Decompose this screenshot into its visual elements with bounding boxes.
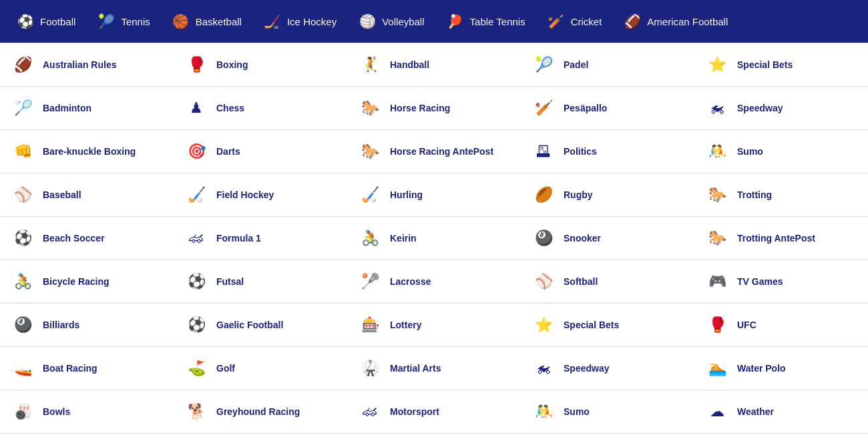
grid-item-speedway[interactable]: 🏍Speedway: [521, 347, 694, 390]
sport-label: Lacrosse: [390, 276, 431, 287]
grid-item-rugby[interactable]: 🏉Rugby: [521, 173, 694, 217]
sport-icon: 🚴: [358, 226, 382, 250]
sport-icon: 🐎: [358, 139, 382, 163]
sport-label: Rugby: [564, 189, 593, 200]
nav-item-ice-hockey[interactable]: 🏒Ice Hockey: [252, 0, 347, 43]
grid-item-trotting-antepost[interactable]: 🐎Trotting AntePost: [694, 217, 868, 260]
sport-label: Pesäpallo: [564, 103, 607, 113]
sport-icon: ⚽: [184, 313, 208, 337]
top-navigation: ⚽Football🎾Tennis🏀Basketball🏒Ice Hockey🏐V…: [0, 0, 868, 43]
grid-item-lacrosse[interactable]: 🥍Lacrosse: [347, 260, 521, 304]
grid-item-special-bets[interactable]: ⭐Special Bets: [694, 43, 868, 87]
grid-item-lottery[interactable]: 🎰Lottery: [347, 304, 521, 347]
sport-icon: 🏎: [184, 226, 208, 250]
sport-icon: 🐎: [358, 96, 382, 120]
nav-item-cricket[interactable]: 🏏Cricket: [536, 0, 613, 43]
grid-item-padel[interactable]: 🎾Padel: [521, 43, 694, 87]
grid-item-motorsport[interactable]: 🏎Motorsport: [347, 390, 521, 434]
grid-item-martial-arts[interactable]: 🥋Martial Arts: [347, 347, 521, 390]
grid-item-gaelic-football[interactable]: ⚽Gaelic Football: [174, 304, 347, 347]
sport-icon: 🤼: [531, 400, 556, 424]
nav-item-american-football[interactable]: 🏈American Football: [612, 0, 738, 43]
grid-item-tv-games[interactable]: 🎮TV Games: [694, 260, 868, 304]
nav-label: Basketball: [196, 16, 242, 27]
sport-icon: 🥋: [358, 356, 382, 380]
sport-label: Martial Arts: [390, 363, 441, 374]
sport-label: Water Polo: [737, 363, 786, 374]
nav-item-football[interactable]: ⚽Football: [5, 0, 86, 43]
sport-label: Field Hockey: [216, 189, 274, 200]
grid-item-bowls[interactable]: 🎳Bowls: [0, 390, 174, 434]
grid-item-weather[interactable]: ☁Weather: [694, 390, 868, 434]
sport-label: Bicycle Racing: [43, 276, 110, 287]
nav-item-basketball[interactable]: 🏀Basketball: [161, 0, 252, 43]
nav-item-volleyball[interactable]: 🏐Volleyball: [347, 0, 435, 43]
sport-label: Lottery: [390, 320, 421, 330]
grid-item-formula-1[interactable]: 🏎Formula 1: [174, 217, 347, 260]
nav-icon-ice-hockey: 🏒: [263, 12, 282, 31]
grid-item-handball[interactable]: 🤾Handball: [347, 43, 521, 87]
grid-item-darts[interactable]: 🎯Darts: [174, 130, 347, 173]
grid-item-australian-rules[interactable]: 🏈Australian Rules: [0, 43, 174, 87]
grid-item-futsal[interactable]: ⚽Futsal: [174, 260, 347, 304]
sport-label: Trotting: [737, 189, 772, 200]
grid-item-water-polo[interactable]: 🏊Water Polo: [694, 347, 868, 390]
nav-label: Tennis: [121, 16, 150, 27]
sport-icon: 🚤: [11, 356, 35, 380]
sport-label: Weather: [737, 406, 774, 417]
sport-icon: ♟: [184, 96, 208, 120]
grid-item-billiards[interactable]: 🎱Billiards: [0, 304, 174, 347]
nav-label: Football: [40, 16, 75, 27]
sport-icon: 🏏: [531, 96, 556, 120]
grid-item-ufc[interactable]: 🥊UFC: [694, 304, 868, 347]
sport-icon: 🎯: [184, 139, 208, 163]
grid-item-bicycle-racing[interactable]: 🚴Bicycle Racing: [0, 260, 174, 304]
sport-label: Golf: [216, 363, 235, 374]
grid-item-greyhound-racing[interactable]: 🐕Greyhound Racing: [174, 390, 347, 434]
grid-item-snooker[interactable]: 🎱Snooker: [521, 217, 694, 260]
grid-item-horse-racing[interactable]: 🐎Horse Racing: [347, 87, 521, 130]
grid-item-sumo[interactable]: 🤼Sumo: [694, 130, 868, 173]
grid-item-beach-soccer[interactable]: ⚽Beach Soccer: [0, 217, 174, 260]
sport-label: Australian Rules: [43, 59, 116, 70]
grid-item-pesäpallo[interactable]: 🏏Pesäpallo: [521, 87, 694, 130]
nav-icon-table-tennis: 🏓: [446, 12, 465, 31]
sport-icon: ⚾: [11, 183, 35, 207]
sport-label: Softball: [564, 276, 598, 287]
grid-item-hurling[interactable]: 🏑Hurling: [347, 173, 521, 217]
nav-icon-cricket: 🏏: [547, 12, 566, 31]
grid-item-field-hockey[interactable]: 🏑Field Hockey: [174, 173, 347, 217]
grid-item-horse-racing-antepost[interactable]: 🐎Horse Racing AntePost: [347, 130, 521, 173]
grid-item-bare-knuckle-boxing[interactable]: 👊Bare-knuckle Boxing: [0, 130, 174, 173]
sport-label: Bowls: [43, 406, 70, 417]
grid-item-politics[interactable]: 🗳Politics: [521, 130, 694, 173]
nav-icon-tennis: 🎾: [97, 12, 116, 31]
grid-item-boat-racing[interactable]: 🚤Boat Racing: [0, 347, 174, 390]
grid-item-keirin[interactable]: 🚴Keirin: [347, 217, 521, 260]
sport-label: Formula 1: [216, 233, 261, 244]
sport-icon: 🎱: [11, 313, 35, 337]
nav-item-table-tennis[interactable]: 🏓Table Tennis: [435, 0, 536, 43]
grid-item-golf[interactable]: ⛳Golf: [174, 347, 347, 390]
sport-icon: 🎳: [11, 400, 35, 424]
grid-item-boxing[interactable]: 🥊Boxing: [174, 43, 347, 87]
nav-label: Cricket: [571, 16, 602, 27]
grid-item-sumo[interactable]: 🤼Sumo: [521, 390, 694, 434]
grid-item-chess[interactable]: ♟Chess: [174, 87, 347, 130]
sport-icon: 🏉: [531, 183, 556, 207]
sport-icon: 🏎: [358, 400, 382, 424]
grid-item-speedway[interactable]: 🏍Speedway: [694, 87, 868, 130]
grid-item-special-bets[interactable]: ⭐Special Bets: [521, 304, 694, 347]
nav-item-tennis[interactable]: 🎾Tennis: [86, 0, 160, 43]
grid-item-trotting[interactable]: 🐎Trotting: [694, 173, 868, 217]
sport-label: Badminton: [43, 103, 91, 113]
sport-icon: 🥊: [705, 313, 729, 337]
sport-label: Futsal: [216, 276, 244, 287]
sport-icon: ⭐: [705, 53, 729, 77]
grid-item-badminton[interactable]: 🏸Badminton: [0, 87, 174, 130]
sport-label: Billiards: [43, 320, 79, 330]
sport-label: Sumo: [564, 406, 590, 417]
sport-label: Padel: [564, 59, 588, 70]
grid-item-baseball[interactable]: ⚾Baseball: [0, 173, 174, 217]
grid-item-softball[interactable]: ⚾Softball: [521, 260, 694, 304]
